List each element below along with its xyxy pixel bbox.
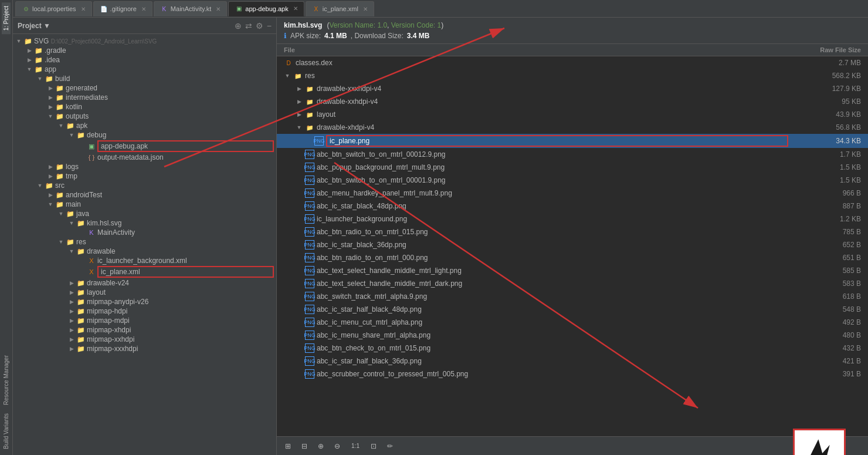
apk-item-res[interactable]: ▼ 📁 res 568.2 KB — [277, 69, 868, 82]
apk-item-abc-popup-bg[interactable]: PNG abc_popup_background_mtrl_mult.9.png… — [277, 161, 868, 174]
sync-icon[interactable]: ⇄ — [245, 21, 252, 31]
tab-ic-plane-xml[interactable]: X ic_plane.xml ✕ — [306, 1, 374, 16]
tree-item-idea[interactable]: ▶ 📁 .idea — [13, 55, 276, 65]
sidebar-tab-resource-manager[interactable]: Resource Manager — [2, 352, 11, 409]
tree-item-logs[interactable]: ▶ 📁 logs — [13, 162, 276, 171]
remove-button[interactable]: ⊖ — [331, 440, 344, 453]
tree-item-app-debug-apk[interactable]: ▶ ▣ app-debug.apk — [13, 140, 276, 153]
tree-item-tmp[interactable]: ▶ 📁 tmp — [13, 171, 276, 181]
tree-item-mipmap-xxxhdpi[interactable]: ▶ 📁 mipmap-xxxhdpi — [13, 344, 276, 353]
apk-item-abc-btn-switch2[interactable]: PNG abc_btn_switch_to_on_mtrl_00001.9.pn… — [277, 174, 868, 187]
tree-item-mipmap-anydpi-v26[interactable]: ▶ 📁 mipmap-anydpi-v26 — [13, 297, 276, 306]
apk-item-ic-launcher-bg[interactable]: PNG ic_launcher_background.png 1.2 KB — [277, 213, 868, 225]
settings-icon[interactable]: ⚙ — [256, 21, 263, 31]
sidebar-tab-project[interactable]: 1: Project — [2, 2, 11, 34]
tree-item-java[interactable]: ▼ 📁 java — [13, 209, 276, 218]
minimize-icon[interactable]: − — [267, 21, 272, 31]
arrow-icon: ▼ — [57, 211, 65, 217]
tree-item-mipmap-xxhdpi[interactable]: ▶ 📁 mipmap-xxhdpi — [13, 335, 276, 344]
dex-icon: D — [284, 58, 293, 68]
tree-content[interactable]: ▼ 📁 SVG D:\002_Project\002_Android_Learn… — [13, 34, 276, 455]
apk-item-abc-btn-switch1[interactable]: PNG abc_btn_switch_to_on_mtrl_00012.9.pn… — [277, 148, 868, 161]
arrow-icon: ▶ — [296, 99, 303, 105]
apk-item-abc-btn-radio-000[interactable]: PNG abc_btn_radio_to_on_mtrl_000.png 651… — [277, 251, 868, 264]
arrow-icon: ▼ — [26, 66, 33, 72]
tree-item-mipmap-xhdpi[interactable]: ▶ 📁 mipmap-xhdpi — [13, 325, 276, 335]
apk-item-ic-plane-png[interactable]: ▶ PNG ic_plane.png 34.3 KB — [277, 134, 868, 148]
apk-item-abc-scrubber-control[interactable]: PNG abc_scrubber_control_to_pressed_mtrl… — [277, 368, 868, 380]
apk-item-abc-ic-star-black-48dp[interactable]: PNG abc_ic_star_black_48dp.png 887 B — [277, 200, 868, 213]
fit-button[interactable]: ⊡ — [367, 440, 380, 453]
tree-item-svg-root[interactable]: ▼ 📁 SVG D:\002_Project\002_Android_Learn… — [13, 36, 276, 46]
zoom-1-1-button[interactable]: 1:1 — [347, 440, 364, 453]
tree-item-src[interactable]: ▼ 📁 src — [13, 181, 276, 190]
close-icon[interactable]: ✕ — [81, 6, 86, 12]
col-size-header: Raw File Size — [791, 46, 861, 53]
tree-item-kim-hsl-svg[interactable]: ▼ 📁 kim.hsl.svg — [13, 218, 276, 228]
tree-item-drawable[interactable]: ▼ 📁 drawable — [13, 247, 276, 256]
arrow-icon: ▶ — [47, 95, 54, 100]
folder-icon: 📁 — [34, 56, 43, 64]
tree-item-res[interactable]: ▼ 📁 res — [13, 237, 276, 247]
apk-item-abc-menu-hardkey[interactable]: PNG abc_menu_hardkey_panel_mtrl_mult.9.p… — [277, 187, 868, 200]
apk-item-layout[interactable]: ▶ 📁 layout 43.9 KB — [277, 108, 868, 121]
apk-title-row: kim.hsl.svg (Version Name: 1.0, Version … — [284, 21, 861, 29]
tree-item-app[interactable]: ▼ 📁 app — [13, 65, 276, 74]
tree-item-mainactivity[interactable]: ▶ K MainActivity — [13, 228, 276, 237]
tree-item-main[interactable]: ▼ 📁 main — [13, 200, 276, 209]
panel-dropdown[interactable]: ▼ — [43, 22, 50, 30]
panel-title-text: Project — [18, 22, 42, 30]
close-icon[interactable]: ✕ — [363, 6, 368, 12]
tree-item-mipmap-hdpi[interactable]: ▶ 📁 mipmap-hdpi — [13, 306, 276, 316]
folder-icon: 📁 — [76, 345, 86, 353]
tab-local-properties[interactable]: ⚙ local.properties ✕ — [15, 1, 92, 16]
apk-item-abc-btn-check[interactable]: PNG abc_btn_check_to_on_mtrl_015.png 432… — [277, 342, 868, 355]
close-icon[interactable]: ✕ — [216, 6, 221, 12]
apk-item-classes-dex[interactable]: D classes.dex 2.7 MB — [277, 56, 868, 69]
apk-item-abc-ic-menu-share[interactable]: PNG abc_ic_menu_share_mtrl_alpha.png 480… — [277, 329, 868, 342]
apk-item-abc-ic-star-half-black-48dp[interactable]: PNG abc_ic_star_half_black_48dp.png 548 … — [277, 303, 868, 316]
tree-item-outputs[interactable]: ▼ 📁 outputs — [13, 112, 276, 121]
close-icon[interactable]: ✕ — [141, 6, 146, 12]
edit-button[interactable]: ✏ — [384, 440, 396, 453]
tree-item-ic-launcher-bg-xml[interactable]: ▶ X ic_launcher_background.xml — [13, 256, 276, 265]
sidebar-tab-build-variants[interactable]: Build Variants — [2, 410, 11, 453]
folder-icon: 📁 — [76, 326, 86, 334]
apk-item-abc-btn-radio-015[interactable]: PNG abc_btn_radio_to_on_mtrl_015.png 785… — [277, 225, 868, 238]
tree-item-drawable-v24[interactable]: ▶ 📁 drawable-v24 — [13, 278, 276, 288]
apk-item-abc-ic-menu-cut[interactable]: PNG abc_ic_menu_cut_mtrl_alpha.png 492 B — [277, 316, 868, 329]
item-size: 2.7 MB — [791, 59, 861, 67]
tree-item-kotlin[interactable]: ▶ 📁 kotlin — [13, 102, 276, 112]
tab-app-debug-apk[interactable]: ▣ app-debug.apk ✕ — [228, 1, 304, 16]
add-button[interactable]: ⊕ — [314, 440, 327, 453]
tab-gitignore[interactable]: 📄 .gitignore ✕ — [93, 1, 152, 16]
tab-main-activity-kt[interactable]: K MainActivity.kt ✕ — [154, 1, 227, 16]
apk-item-drawable-xxxhdpi[interactable]: ▶ 📁 drawable-xxxhdpi-v4 127.9 KB — [277, 82, 868, 95]
apk-item-abc-ic-star-black-36dp[interactable]: PNG abc_ic_star_black_36dp.png 652 B — [277, 238, 868, 251]
collapse-all-button[interactable]: ⊟ — [298, 440, 311, 453]
item-size: 95 KB — [791, 97, 861, 106]
apk-item-drawable-xhdpi[interactable]: ▼ 📁 drawable-xhdpi-v4 56.8 KB — [277, 121, 868, 134]
tree-item-generated[interactable]: ▶ 📁 generated — [13, 83, 276, 93]
tree-item-mipmap-mdpi[interactable]: ▶ 📁 mipmap-mdpi — [13, 316, 276, 325]
tree-item-ic-plane-xml[interactable]: ▶ X ic_plane.xml — [13, 265, 276, 278]
apk-item-abc-text-select-middle-dark[interactable]: PNG abc_text_select_handle_middle_mtrl_d… — [277, 277, 868, 290]
apk-item-abc-ic-star-half-black-36dp[interactable]: PNG abc_ic_star_half_black_36dp.png 421 … — [277, 355, 868, 368]
tree-item-build[interactable]: ▼ 📁 build — [13, 74, 276, 83]
item-name: abc_ic_star_black_48dp.png — [317, 202, 788, 210]
tree-item-apk-folder[interactable]: ▼ 📁 apk — [13, 121, 276, 130]
folder-icon: 📁 — [55, 163, 65, 171]
apk-file-list[interactable]: D classes.dex 2.7 MB ▼ 📁 res 568.2 KB — [277, 56, 868, 436]
tree-item-layout[interactable]: ▶ 📁 layout — [13, 288, 276, 297]
tree-item-output-metadata[interactable]: ▶ { } output-metadata.json — [13, 153, 276, 162]
tree-item-debug-folder[interactable]: ▼ 📁 debug — [13, 130, 276, 140]
apk-item-drawable-xxhdpi[interactable]: ▶ 📁 drawable-xxhdpi-v4 95 KB — [277, 95, 868, 108]
apk-item-abc-switch-track[interactable]: PNG abc_switch_track_mtrl_alpha.9.png 61… — [277, 290, 868, 303]
tree-item-gradle[interactable]: ▶ 📁 .gradle — [13, 46, 276, 55]
add-icon[interactable]: ⊕ — [235, 21, 242, 31]
apk-item-abc-text-select-middle-light[interactable]: PNG abc_text_select_handle_middle_mtrl_l… — [277, 264, 868, 277]
expand-all-button[interactable]: ⊞ — [282, 440, 294, 453]
close-icon[interactable]: ✕ — [293, 5, 298, 12]
tree-item-androidtest[interactable]: ▶ 📁 androidTest — [13, 190, 276, 200]
tree-item-intermediates[interactable]: ▶ 📁 intermediates — [13, 93, 276, 102]
